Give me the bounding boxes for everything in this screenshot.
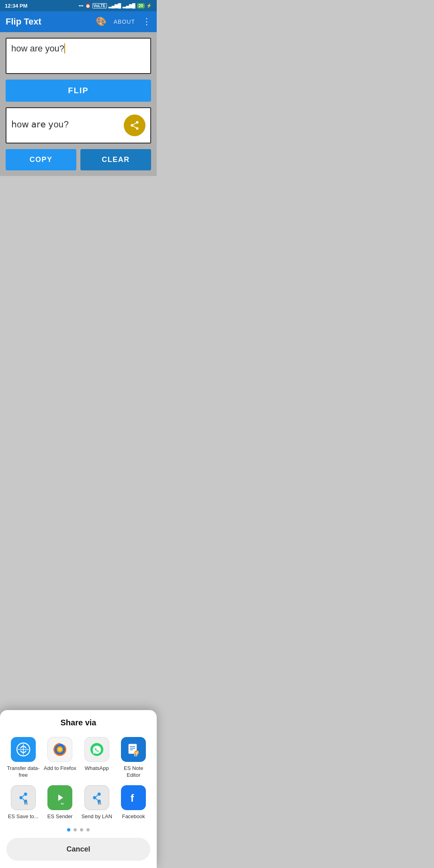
action-buttons-row: COPY CLEAR bbox=[6, 149, 151, 172]
battery-icon: 20 bbox=[137, 3, 145, 8]
about-button[interactable]: ABOUT bbox=[114, 18, 135, 25]
more-options-icon[interactable]: ⋮ bbox=[142, 16, 151, 27]
copy-button[interactable]: COPY bbox=[6, 149, 76, 170]
volte-icon: VoLTE bbox=[92, 3, 107, 8]
status-dots: ••• bbox=[79, 3, 84, 8]
signal-icon: ▂▄▆█ bbox=[108, 3, 121, 8]
alarm-icon: ⏰ bbox=[85, 3, 91, 8]
status-icons: ••• ⏰ VoLTE ▂▄▆█ ▂▄▆█ 20 ⚡ bbox=[79, 3, 152, 8]
share-icon bbox=[129, 120, 140, 131]
app-title: Flip Text bbox=[6, 16, 41, 27]
text-cursor bbox=[64, 43, 65, 53]
status-time: 12:34 PM bbox=[5, 3, 27, 9]
share-fab-button[interactable] bbox=[124, 115, 145, 136]
toolbar: Flip Text 🎨 ABOUT ⋮ bbox=[0, 11, 157, 32]
toolbar-actions: 🎨 ABOUT ⋮ bbox=[96, 16, 151, 27]
input-text: how are you? bbox=[11, 43, 64, 53]
flipped-text: ¿noʎ ǝɹɐ ʍoɥ bbox=[11, 120, 69, 131]
clear-button[interactable]: CLEAR bbox=[80, 149, 151, 170]
signal2-icon: ▂▄▆█ bbox=[123, 3, 135, 8]
palette-icon[interactable]: 🎨 bbox=[96, 16, 106, 27]
input-box[interactable]: how are you? bbox=[6, 38, 151, 74]
flip-button[interactable]: FLIP bbox=[6, 80, 151, 102]
main-content: how are you? FLIP ¿noʎ ǝɹɐ ʍoɥ COPY CLEA… bbox=[0, 32, 157, 176]
charging-icon: ⚡ bbox=[146, 3, 152, 8]
status-bar: 12:34 PM ••• ⏰ VoLTE ▂▄▆█ ▂▄▆█ 20 ⚡ bbox=[0, 0, 157, 11]
output-box: ¿noʎ ǝɹɐ ʍoɥ bbox=[6, 107, 151, 143]
